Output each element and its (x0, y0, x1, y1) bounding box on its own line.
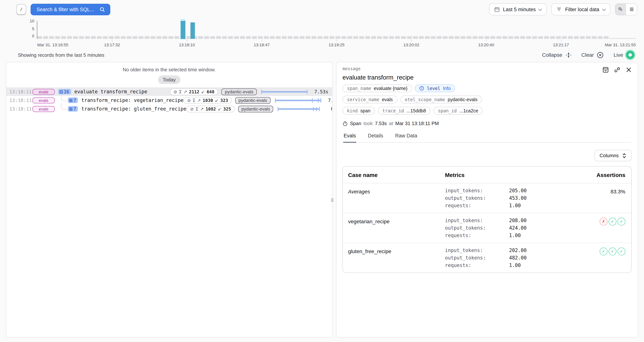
assertions-percentage: 83.3% (570, 188, 625, 208)
span-title: evaluate transform_recipe (342, 74, 632, 81)
trace-row-vegetarian-recipe[interactable]: 13:18:11 evals ⊞7 transform_recipe: vege… (6, 96, 332, 105)
duration-text: 6.89s (324, 106, 332, 112)
duration-bar (275, 98, 321, 103)
tab-evals[interactable]: Evals (343, 131, 356, 143)
expand-box-icon: ⊞ (69, 106, 73, 111)
panel-resize-grip[interactable]: ⠿ (330, 198, 334, 203)
col-assertions: Assertions (570, 172, 625, 178)
live-toggle-button[interactable]: Live (614, 51, 634, 59)
chip-kind[interactable]: kind span (342, 107, 375, 115)
list-view-toggle[interactable] (626, 4, 637, 15)
open-in-panel-button[interactable] (603, 67, 608, 73)
sort-updown-icon (622, 153, 626, 158)
chip-key: kind (347, 108, 358, 113)
tree-connector (61, 94, 67, 101)
table-row-averages[interactable]: Averages input_tokens:205.00 output_toke… (343, 183, 631, 213)
chip-value: evaluate {name} (374, 86, 408, 91)
view-mode-segmented-control (615, 3, 637, 15)
metric-value: 202.00 (509, 248, 526, 253)
app-root: / Search & filter with SQL... Last 5 min… (0, 0, 644, 342)
span-name: evaluate transform_recipe (74, 89, 147, 94)
arrow-up-right-icon: ↗ (200, 106, 204, 111)
expand-children-badge[interactable]: ⊞7 (68, 97, 78, 103)
metrics-cell: input_tokens:208.00 output_tokens:424.00… (445, 218, 570, 238)
timeline-chart[interactable]: 10 5 0 Mar 31. 13:16:5513:17:3213:18:101… (0, 20, 644, 49)
timeline-bar[interactable] (190, 22, 195, 39)
metric-value: 453.00 (509, 195, 526, 201)
row-timestamp: 13:18:11 (9, 106, 32, 112)
tab-details[interactable]: Details (368, 131, 384, 143)
chip-key: span_id (438, 108, 457, 113)
chip-key: level (427, 86, 440, 91)
metric-label: input_tokens: (445, 218, 509, 223)
metrics-cell: input_tokens:202.00 output_tokens:482.00… (445, 248, 570, 268)
sum-icon: Σ (179, 89, 182, 94)
trace-row-evaluate-transform-recipe[interactable]: 13:18:11 evals ⊟16 evaluate transform_re… (6, 87, 332, 96)
evals-badge: evals (32, 106, 55, 112)
chip-otel-scope-name[interactable]: otel_scope_name pydantic-evals (400, 96, 482, 103)
collapse-children-badge[interactable]: ⊟16 (58, 89, 71, 94)
collapse-button[interactable]: Collapse (542, 52, 572, 58)
time-range-dropdown[interactable]: Last 5 minutes (489, 3, 547, 15)
duration-bar (261, 89, 308, 94)
close-panel-button[interactable] (626, 67, 632, 73)
chip-service-name[interactable]: service_name evals (342, 96, 397, 103)
span-name: transform_recipe: gluten_free_recipe (82, 106, 186, 112)
col-metrics: Metrics (445, 172, 570, 178)
x-tick-label: 13:20:40 (478, 43, 494, 47)
status-bar: Showing records from the last 5 minutes … (0, 49, 644, 61)
clear-button[interactable]: Clear (582, 51, 604, 58)
search-button[interactable]: Search & filter with SQL... (30, 4, 110, 15)
empty-window-notice: No older items in the selected time wind… (6, 67, 332, 72)
chip-span-id[interactable]: span_id ...1ca2ce (434, 107, 483, 115)
metric-value: 205.00 (509, 188, 526, 193)
assertions-icons: ✗ ✓ ✓ (570, 218, 625, 238)
chip-value: span (360, 108, 370, 113)
table-row-vegetarian-recipe[interactable]: vegetarian_recipe input_tokens:208.00 ou… (343, 213, 631, 243)
metric-label: requests: (445, 233, 509, 238)
expand-children-badge[interactable]: ⊞7 (68, 106, 78, 112)
tree-connector (61, 103, 67, 110)
metric-value: 208.00 (509, 218, 526, 223)
live-indicator-icon (626, 51, 634, 59)
tokens-in: 1030 (203, 98, 213, 103)
today-pill[interactable]: Today (158, 75, 180, 84)
assertion-pass-icon: ✓ (608, 248, 616, 255)
token-icon: ⊘ (190, 106, 194, 111)
row-timestamp: 13:18:11 (9, 97, 32, 103)
metric-value: 1.00 (509, 262, 521, 268)
chip-span-name[interactable]: span_name evaluate {name} (342, 84, 412, 92)
tokens-in: 1082 (206, 106, 216, 111)
metric-value: 1.00 (509, 203, 521, 208)
child-count: 7 (74, 106, 76, 111)
tree-view-toggle[interactable] (615, 4, 626, 15)
tokens-in: 2112 (189, 89, 199, 94)
assertion-pass-icon: ✓ (618, 218, 625, 226)
chip-level-info[interactable]: level Info (415, 84, 455, 92)
evals-badge: evals (32, 97, 55, 103)
evals-badge: evals (32, 89, 55, 95)
copy-link-button[interactable] (614, 67, 620, 73)
summary-span: Span (350, 121, 361, 126)
x-tick-label: 13:18:47 (254, 43, 270, 47)
link-icon (614, 67, 620, 73)
tab-raw-data[interactable]: Raw Data (395, 131, 418, 143)
filter-local-data-dropdown[interactable]: Filter local data (552, 3, 610, 15)
top-bar: / Search & filter with SQL... Last 5 min… (0, 0, 644, 19)
token-icon: ⊘ (174, 89, 177, 94)
columns-button[interactable]: Columns (594, 150, 632, 161)
x-tick-label: Mar 31. 13:21:55 (605, 43, 636, 47)
detail-header: message (342, 66, 632, 73)
table-row-gluten-free-recipe[interactable]: gluten_free_recipe input_tokens:202.00 o… (343, 243, 631, 273)
clear-circle-x-icon (597, 51, 604, 58)
chip-trace-id[interactable]: trace_id ...15ddb8 (378, 107, 430, 115)
assertions-icons: ✓ ✓ ✓ (570, 248, 625, 268)
time-range-label: Last 5 minutes (503, 7, 536, 12)
summary-timestamp: Mar 31 13:18:11 PM (395, 121, 439, 126)
search-icon (99, 7, 105, 12)
detail-tabs: Evals Details Raw Data (342, 131, 632, 143)
tokens-out: 323 (220, 98, 228, 103)
sum-icon: Σ (193, 98, 196, 103)
timeline-bar[interactable] (181, 21, 186, 39)
trace-row-gluten-free-recipe[interactable]: 13:18:11 evals ⊞7 transform_recipe: glut… (6, 105, 332, 113)
